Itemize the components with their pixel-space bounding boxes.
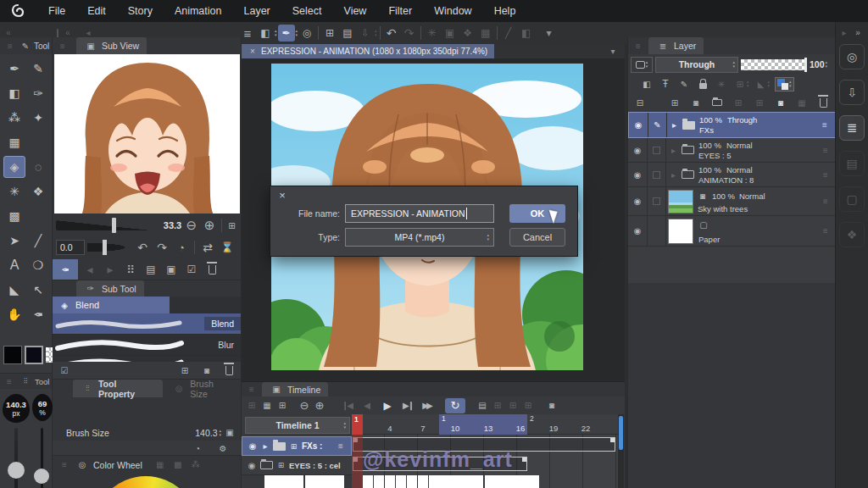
brush-size-value[interactable]: 140.3 [195, 428, 217, 438]
layer-row-eyes[interactable]: ◉ ▸ 100 %Normal EYES : 5 ≡ [628, 138, 836, 163]
hourglass-icon[interactable]: ⌛ [219, 239, 236, 256]
brush-size-slider-button[interactable]: ▣ [223, 426, 236, 440]
track-eyes-eye-icon[interactable]: ◉ [247, 458, 257, 472]
pen-mode-icon[interactable]: ✒ [278, 25, 295, 42]
menu-view[interactable]: View [333, 5, 378, 17]
edit-image-icon[interactable]: ☑ [183, 261, 200, 278]
layer-animation-visibility-icon[interactable]: ◉ [631, 168, 644, 181]
layer-row-fxs[interactable]: ◉ ✎ ▸ 100 %Through FXs ≡ [628, 112, 836, 138]
delete-image-icon[interactable] [203, 261, 220, 278]
lock-transparent-icon[interactable]: Ŧ [659, 77, 672, 91]
select-source-icon[interactable]: ⊞ [733, 77, 747, 91]
onion-skin-icon[interactable]: ▤ [476, 399, 489, 413]
zoom-in-icon[interactable]: ⊕ [201, 217, 217, 234]
fit-screen-icon[interactable]: ⊞ [225, 219, 238, 232]
track-fxs-add-icon[interactable]: ⊞ [289, 440, 298, 453]
rotate-canvas-icon[interactable]: ◧ [257, 25, 274, 42]
layer-panel-menu-icon[interactable]: ≡ [632, 39, 645, 53]
layer-color-icon[interactable] [777, 79, 788, 90]
hand-tool-icon[interactable]: ✋ [3, 303, 25, 325]
palette-color-button[interactable]: ▴▾ [631, 57, 653, 73]
timeline-sequence-select[interactable]: Timeline 1 ▴▾ [245, 417, 350, 434]
rotate-left-icon[interactable]: ↶ [134, 239, 151, 256]
fill-cmd-icon[interactable]: ◧ [518, 25, 535, 42]
menu-animation[interactable]: Animation [164, 5, 233, 17]
sub-tool-group-blend[interactable]: ◈ Blend [53, 297, 241, 313]
layer-paper-thumbnail[interactable] [668, 219, 693, 244]
sub-tool-item-partial[interactable] [53, 356, 241, 362]
layer-sky-visibility-icon[interactable]: ◉ [631, 195, 644, 208]
cel-thumbnail[interactable] [264, 475, 303, 488]
clear-icon[interactable]: ╱ [500, 25, 517, 42]
tool-property-tab[interactable]: ⫶⫶ Tool Property [73, 380, 163, 397]
rotate-spinner[interactable]: ▴▾ [275, 29, 277, 37]
eraser-tool-icon[interactable]: ◧ [3, 82, 25, 104]
type-dropdown[interactable]: MP4 (*.mp4) ▴▾ [345, 228, 494, 247]
split-palette-icon[interactable]: ⊟ [633, 96, 647, 109]
wrench-icon[interactable]: ⚙ [216, 441, 230, 455]
spiral-icon[interactable]: ◎ [298, 25, 315, 42]
new-cel-icon[interactable]: ⊞ [491, 399, 504, 413]
object-tool-icon[interactable]: ➤ [3, 230, 25, 252]
document-tab[interactable]: × EXPRESSION - ANIMATION (1080 x 1080px … [242, 44, 494, 58]
background-color-swatch[interactable] [25, 346, 43, 364]
track-eyes-add-icon[interactable]: ⊞ [276, 458, 286, 472]
cel-settings-icon[interactable]: ⊞ [506, 399, 520, 413]
sub-view-tab[interactable]: ▣ Sub View [76, 37, 147, 54]
opacity-spinner[interactable]: ▴▾ [826, 60, 828, 69]
decoration-tool-icon[interactable]: ✦ [27, 107, 49, 129]
layer-eyes-options-icon[interactable]: ≡ [819, 143, 832, 157]
sub-view-zoom-slider[interactable] [56, 220, 152, 230]
zoom-out-icon[interactable]: ⊖ [183, 217, 199, 234]
new-timeline-icon[interactable]: ▦ [260, 399, 274, 413]
cel-strip-2[interactable] [431, 475, 539, 488]
fill-tool-icon[interactable]: ❖ [27, 180, 49, 202]
invert-selection-icon[interactable]: ❖ [459, 25, 476, 42]
save-spinner[interactable]: ▴▾ [375, 29, 377, 37]
timeline-ruler[interactable]: 1 1 2 4 7 10 13 16 19 22 [352, 414, 618, 435]
menu-story[interactable]: Story [117, 5, 164, 17]
reset-rotation-icon[interactable]: ◔ [173, 239, 190, 256]
command-menu-icon[interactable]: ≡ [239, 25, 256, 42]
layer-tab[interactable]: ≣ Layer [648, 37, 704, 54]
delete-layer-icon[interactable] [816, 96, 830, 109]
color-history-tab-icon[interactable]: ⁂ [189, 458, 203, 472]
selection-border-icon[interactable]: ▦ [477, 25, 494, 42]
new-folder-icon[interactable] [710, 96, 724, 109]
figure-tool-icon[interactable]: ╱ [27, 230, 49, 252]
dock-chevron-icon[interactable]: ▸ [837, 25, 851, 39]
blend-mode-dropdown[interactable]: Through ▴▾ [655, 57, 738, 73]
balloon-tool-icon[interactable]: ❍ [27, 254, 49, 276]
new-timeline-add-icon[interactable]: ⊞ [275, 399, 289, 413]
ok-button[interactable]: OK [509, 204, 565, 223]
layer-color-spinner[interactable]: ▴▾ [789, 80, 792, 88]
sub-view-image[interactable] [54, 54, 240, 214]
menu-layer[interactable]: Layer [232, 5, 281, 17]
layer-row-animation[interactable]: ◉ ▸ 100 %Normal ANIMATION : 8 ≡ [628, 163, 836, 187]
gradient-tool-icon[interactable]: ▩ [3, 205, 25, 227]
delete-sub-tool-icon[interactable] [222, 363, 236, 377]
layer-opacity-value[interactable]: 100 [810, 59, 825, 69]
open-file-icon[interactable]: ▤ [339, 25, 356, 42]
pen-spinner[interactable]: ▴▾ [296, 29, 298, 37]
color-wheel-menu-icon[interactable]: ≡ [58, 458, 71, 472]
loop-play-icon[interactable]: ↻ [445, 398, 465, 413]
command-bar-more-icon[interactable]: ▾ [541, 25, 558, 42]
timeline-menu-icon[interactable]: ≡ [245, 383, 259, 396]
timeline-track-fxs[interactable]: ◉ ▸ ⊞ FXs : ≡ [242, 436, 352, 456]
prev-frame-icon[interactable]: ◀ [360, 399, 374, 413]
layer-opacity-slider[interactable] [741, 59, 807, 70]
sub-tool-tab[interactable]: ✑ Sub Tool [76, 280, 144, 297]
play-button[interactable]: ▶ [381, 399, 394, 413]
eyedropper-tool-icon[interactable]: ✒ [27, 303, 49, 325]
apply-mask-icon[interactable]: ▦ [795, 96, 809, 109]
dock-expand-icon[interactable]: » [851, 25, 865, 39]
copy-cel-icon[interactable]: ◙ [545, 399, 559, 413]
cancel-button[interactable]: Cancel [509, 228, 565, 247]
sub-view-rotation-slider[interactable] [87, 242, 131, 252]
sub-view-eyedropper-icon[interactable]: ✒ [53, 259, 78, 280]
timeline-track-eyes[interactable]: ◉ ⊞ EYES : 5 : cel [242, 456, 352, 475]
undo-icon[interactable]: ↶ [383, 25, 400, 42]
combine-icon[interactable]: ⊞ [753, 96, 766, 109]
layer-row-paper[interactable]: ◉ ▢ Paper ≡ [628, 216, 836, 247]
